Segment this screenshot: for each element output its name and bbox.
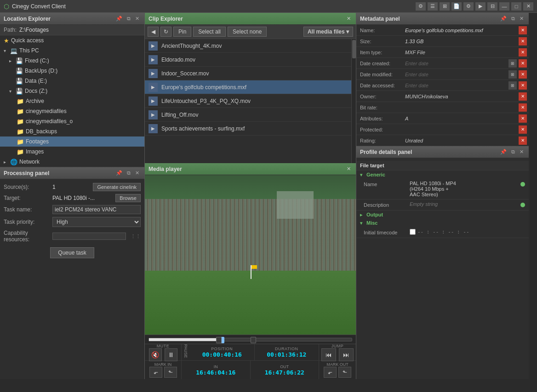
minimize-button[interactable]: — bbox=[499, 2, 509, 11]
queue-task-button[interactable]: Queue task bbox=[50, 247, 94, 258]
meta-key-protected: Protected: bbox=[356, 125, 402, 134]
pin-button[interactable]: Pin bbox=[173, 27, 191, 37]
pause-button[interactable]: ⏸ bbox=[165, 348, 177, 361]
clip-item-3[interactable]: ▶ Europe's golfclub competitions.mxf bbox=[145, 80, 356, 94]
meta-pin-button[interactable]: 📌 bbox=[499, 15, 508, 22]
meta-clear-date-accessed[interactable]: ✕ bbox=[519, 81, 527, 90]
meta-clear-owner[interactable]: ✕ bbox=[519, 92, 527, 101]
jump-forward-button[interactable]: ⏭ bbox=[339, 348, 354, 361]
select-none-button[interactable]: Select none bbox=[228, 27, 267, 37]
tree-item-db-backups[interactable]: 📁 DB_backups bbox=[0, 126, 144, 136]
close-button[interactable]: ✕ bbox=[523, 2, 533, 11]
pc-icon: 💻 bbox=[10, 47, 17, 54]
meta-clear-size[interactable]: ✕ bbox=[519, 37, 527, 45]
clip-item-1[interactable]: ▶ Eldorado.mov bbox=[145, 53, 356, 67]
mark-out-set-button[interactable]: ⬐ bbox=[324, 367, 337, 378]
profile-pin-button[interactable]: 📌 bbox=[499, 148, 508, 155]
proc-close-button[interactable]: ✕ bbox=[134, 170, 141, 176]
panels-button[interactable]: ⊟ bbox=[487, 2, 497, 11]
tree-item-archive[interactable]: 📁 Archive bbox=[0, 96, 144, 106]
meta-clear-date-modified[interactable]: ✕ bbox=[519, 70, 527, 79]
tools-button[interactable]: ⚙ bbox=[463, 2, 474, 11]
clip-refresh-button[interactable]: ↻ bbox=[160, 27, 171, 37]
mark-out-jump-button[interactable]: ⬑ bbox=[338, 367, 351, 378]
clip-name-6: Sports achievements - surfing.mxf bbox=[161, 125, 245, 132]
tree-item-cinegymediafiles[interactable]: 📁 cinegymediafiles bbox=[0, 106, 144, 116]
jump-back-button[interactable]: ⏮ bbox=[321, 348, 336, 361]
clip-list-scrollbar[interactable] bbox=[351, 39, 356, 163]
clip-play-icon-2: ▶ bbox=[149, 69, 158, 78]
position-label: POSITION bbox=[211, 347, 233, 351]
clip-name-1: Eldorado.mov bbox=[161, 57, 195, 63]
meta-clear-protected[interactable]: ✕ bbox=[519, 125, 527, 134]
tree-item-docs-z[interactable]: ▾ 💾 Docs (Z:) bbox=[0, 86, 144, 96]
profile-description-input[interactable] bbox=[410, 201, 518, 207]
profile-row-name: Name PAL HD 1080i - MP4(H264 10 Mbps +AA… bbox=[356, 179, 529, 199]
clip-name-0: AncientThought_4K.mov bbox=[161, 43, 222, 49]
timeline-track[interactable] bbox=[149, 338, 352, 341]
scrollbar-thumb bbox=[352, 40, 356, 58]
select-all-button[interactable]: Select all bbox=[193, 27, 226, 37]
tree-item-backups-d[interactable]: 💾 BackUps (D:) bbox=[0, 66, 144, 76]
profile-close-button[interactable]: ✕ bbox=[518, 148, 525, 155]
output-section-header[interactable]: ▸ Output bbox=[356, 210, 529, 219]
grid-view-button[interactable]: ⊞ bbox=[440, 2, 450, 11]
clip-back-button[interactable]: ◀ bbox=[148, 27, 159, 37]
duration-value: 00:01:36:12 bbox=[267, 351, 306, 358]
location-float-button[interactable]: ⧉ bbox=[126, 15, 132, 22]
mark-in-handle[interactable] bbox=[216, 337, 222, 343]
meta-float-button[interactable]: ⧉ bbox=[510, 15, 516, 22]
tree-item-images[interactable]: 📁 Images bbox=[0, 147, 144, 157]
meta-clear-item-type[interactable]: ✕ bbox=[519, 48, 527, 57]
meta-clear-rating[interactable]: ✕ bbox=[519, 136, 527, 145]
task-priority-select[interactable]: Low Normal High Critical bbox=[52, 217, 141, 227]
list-view-button[interactable]: ☰ bbox=[428, 2, 438, 11]
mark-out-section: MARK OUT ⬐ ⬑ bbox=[319, 361, 356, 379]
maximize-button[interactable]: □ bbox=[511, 2, 521, 11]
proc-pin-button[interactable]: 📌 bbox=[114, 170, 124, 176]
meta-val-protected bbox=[402, 128, 519, 131]
document-button[interactable]: 📄 bbox=[451, 2, 462, 11]
media-filter-button[interactable]: All media files ▾ bbox=[303, 27, 353, 37]
location-pin-button[interactable]: 📌 bbox=[114, 15, 124, 22]
tree-item-network[interactable]: ▸ 🌐 Network bbox=[0, 157, 144, 167]
media-player-close-button[interactable]: ✕ bbox=[345, 165, 352, 172]
clip-item-5[interactable]: ▶ Lifting_Off.mov bbox=[145, 108, 356, 122]
meta-clear-name[interactable]: ✕ bbox=[519, 26, 527, 34]
settings-button[interactable]: ⚙ bbox=[416, 2, 426, 11]
tree-item-cinegymediafiles-o[interactable]: 📁 cinegymediafiles_o bbox=[0, 116, 144, 126]
tree-item-this-pc[interactable]: ▾ 💻 This PC bbox=[0, 45, 144, 56]
task-name-input[interactable] bbox=[52, 205, 141, 214]
timecode-checkbox[interactable] bbox=[410, 229, 416, 235]
meta-grid-date-modified[interactable]: ⊞ bbox=[508, 70, 517, 79]
clip-item-0[interactable]: ▶ AncientThought_4K.mov bbox=[145, 39, 356, 53]
meta-grid-date-created[interactable]: ⊞ bbox=[508, 59, 517, 68]
tree-item-data-e[interactable]: 💾 Data (E:) bbox=[0, 76, 144, 86]
mute-button[interactable]: 🔇 bbox=[149, 348, 162, 361]
generic-section-header[interactable]: ▾ Generic bbox=[356, 170, 529, 179]
generate-cinelink-button[interactable]: Generate cinelink bbox=[93, 183, 141, 191]
tree-item-quick-access[interactable]: ★ Quick access bbox=[0, 35, 144, 45]
browse-button[interactable]: Browse bbox=[115, 194, 141, 202]
mark-in-set-button[interactable]: ⬐ bbox=[149, 367, 162, 378]
mark-out-handle[interactable] bbox=[251, 337, 256, 343]
meta-clear-bit-rate[interactable]: ✕ bbox=[519, 103, 527, 112]
play-button[interactable]: ▶ bbox=[475, 2, 486, 11]
mark-in-jump-button[interactable]: ⬑ bbox=[164, 367, 177, 378]
clip-explorer-close-button[interactable]: ✕ bbox=[345, 15, 352, 22]
clip-item-6[interactable]: ▶ Sports achievements - surfing.mxf bbox=[145, 122, 356, 136]
location-close-button[interactable]: ✕ bbox=[134, 15, 141, 22]
meta-clear-date-created[interactable]: ✕ bbox=[519, 59, 527, 68]
profile-float-button[interactable]: ⧉ bbox=[510, 148, 516, 155]
tree-item-fixed-c[interactable]: ▸ 💾 Fixed (C:) bbox=[0, 56, 144, 66]
meta-grid-date-accessed[interactable]: ⊞ bbox=[508, 81, 517, 90]
misc-section-header[interactable]: ▾ Misc bbox=[356, 219, 529, 227]
proc-float-button[interactable]: ⧉ bbox=[126, 170, 132, 176]
tree-label-backups-d: BackUps (D:) bbox=[25, 68, 57, 74]
tree-item-footages[interactable]: 📁 Footages bbox=[0, 136, 144, 147]
transport-mute-section: MUTE 🔇 ⏸ bbox=[145, 344, 182, 360]
clip-item-2[interactable]: ▶ Indoor_Soccer.mov bbox=[145, 67, 356, 80]
meta-close-button[interactable]: ✕ bbox=[518, 15, 525, 22]
meta-clear-attributes[interactable]: ✕ bbox=[519, 114, 527, 123]
clip-item-4[interactable]: ▶ LifeUntouched_P3_4K_PQ_XQ.mov bbox=[145, 94, 356, 108]
